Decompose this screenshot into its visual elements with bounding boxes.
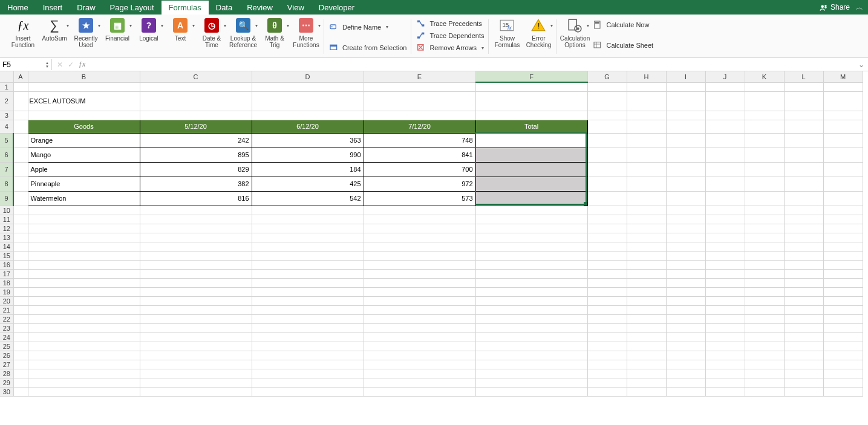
cell-K15[interactable] [745, 251, 784, 260]
cell-G3[interactable] [587, 111, 627, 120]
cell-J23[interactable] [705, 323, 745, 333]
cell-M16[interactable] [823, 260, 863, 269]
cell-F30[interactable] [475, 387, 587, 396]
row-header-5[interactable]: 5 [0, 133, 13, 148]
cell-M1[interactable] [823, 82, 863, 91]
cell-M29[interactable] [823, 378, 863, 387]
cell-D5[interactable]: 363 [252, 133, 364, 148]
cell-G16[interactable] [587, 260, 627, 269]
cell-K25[interactable] [745, 342, 784, 351]
cell-F18[interactable] [475, 278, 587, 287]
cell-G18[interactable] [587, 278, 627, 287]
cell-F11[interactable] [475, 215, 587, 224]
cell-I12[interactable] [666, 224, 705, 233]
cell-H5[interactable] [627, 133, 666, 148]
cell-M23[interactable] [823, 323, 863, 333]
cell-C28[interactable] [140, 369, 252, 378]
cell-L5[interactable] [784, 133, 823, 148]
cell-I13[interactable] [666, 233, 705, 242]
cell-G7[interactable] [587, 162, 627, 177]
cell-F25[interactable] [475, 342, 587, 351]
show-formulas-button[interactable]: 15fx ShowFormulas [492, 17, 521, 48]
financial-button[interactable]: ▦▾ Financial [103, 17, 132, 42]
cell-M25[interactable] [823, 342, 863, 351]
cell-B23[interactable] [28, 323, 140, 333]
cell-K2[interactable] [745, 91, 784, 111]
cell-I17[interactable] [666, 269, 705, 278]
cell-K17[interactable] [745, 269, 784, 278]
cell-F24[interactable] [475, 333, 587, 342]
cell-J11[interactable] [705, 215, 745, 224]
cell-I26[interactable] [666, 351, 705, 360]
calculate-now-button[interactable]: Calculate Now [592, 19, 654, 30]
cell-G17[interactable] [587, 269, 627, 278]
cell-I29[interactable] [666, 378, 705, 387]
cell-D15[interactable] [252, 251, 364, 260]
menu-tab-formulas[interactable]: Formulas [162, 1, 209, 15]
cell-J24[interactable] [705, 333, 745, 342]
cell-D12[interactable] [252, 224, 364, 233]
cell-L19[interactable] [784, 287, 823, 296]
cell-J7[interactable] [705, 162, 745, 177]
cell-E19[interactable] [364, 287, 475, 296]
cell-M6[interactable] [823, 148, 863, 162]
cell-J18[interactable] [705, 278, 745, 287]
cell-D30[interactable] [252, 387, 364, 396]
cell-I22[interactable] [666, 314, 705, 323]
menu-tab-developer[interactable]: Developer [312, 1, 362, 15]
row-header-30[interactable]: 30 [0, 387, 13, 396]
cell-F9[interactable] [475, 191, 587, 206]
cell-M28[interactable] [823, 369, 863, 378]
remove-arrows-button[interactable]: Remove Arrows▾ [415, 42, 485, 53]
cell-M24[interactable] [823, 333, 863, 342]
cell-C13[interactable] [140, 233, 252, 242]
row-header-22[interactable]: 22 [0, 314, 13, 323]
cell-L28[interactable] [784, 369, 823, 378]
cell-H26[interactable] [627, 351, 666, 360]
cell-G6[interactable] [587, 148, 627, 162]
cell-I30[interactable] [666, 387, 705, 396]
cell-E15[interactable] [364, 251, 475, 260]
cell-I23[interactable] [666, 323, 705, 333]
cell-A25[interactable] [13, 342, 28, 351]
cell-E26[interactable] [364, 351, 475, 360]
cell-H25[interactable] [627, 342, 666, 351]
cell-L3[interactable] [784, 111, 823, 120]
cell-I25[interactable] [666, 342, 705, 351]
cell-K24[interactable] [745, 333, 784, 342]
cell-H3[interactable] [627, 111, 666, 120]
cell-A1[interactable] [13, 82, 28, 91]
recently-used-button[interactable]: ★▾ RecentlyUsed [71, 17, 100, 48]
name-box-spinner[interactable]: ▲▼ [45, 61, 49, 68]
cell-K26[interactable] [745, 351, 784, 360]
menu-tab-view[interactable]: View [280, 1, 312, 15]
row-header-6[interactable]: 6 [0, 148, 13, 162]
row-header-3[interactable]: 3 [0, 111, 13, 120]
menu-tab-draw[interactable]: Draw [70, 1, 102, 15]
cell-L15[interactable] [784, 251, 823, 260]
cell-C18[interactable] [140, 278, 252, 287]
cell-I16[interactable] [666, 260, 705, 269]
cell-K27[interactable] [745, 360, 784, 369]
cell-M10[interactable] [823, 206, 863, 215]
cell-H24[interactable] [627, 333, 666, 342]
cell-B24[interactable] [28, 333, 140, 342]
cell-G13[interactable] [587, 233, 627, 242]
cell-G26[interactable] [587, 351, 627, 360]
cell-J28[interactable] [705, 369, 745, 378]
cell-L7[interactable] [784, 162, 823, 177]
cell-K19[interactable] [745, 287, 784, 296]
cell-C8[interactable]: 382 [140, 177, 252, 191]
cell-L30[interactable] [784, 387, 823, 396]
cell-L23[interactable] [784, 323, 823, 333]
cell-L17[interactable] [784, 269, 823, 278]
row-header-26[interactable]: 26 [0, 351, 13, 360]
cell-M7[interactable] [823, 162, 863, 177]
cell-C3[interactable] [140, 111, 252, 120]
row-header-8[interactable]: 8 [0, 177, 13, 191]
cell-I11[interactable] [666, 215, 705, 224]
cell-D11[interactable] [252, 215, 364, 224]
cell-H30[interactable] [627, 387, 666, 396]
cell-B27[interactable] [28, 360, 140, 369]
cell-I7[interactable] [666, 162, 705, 177]
